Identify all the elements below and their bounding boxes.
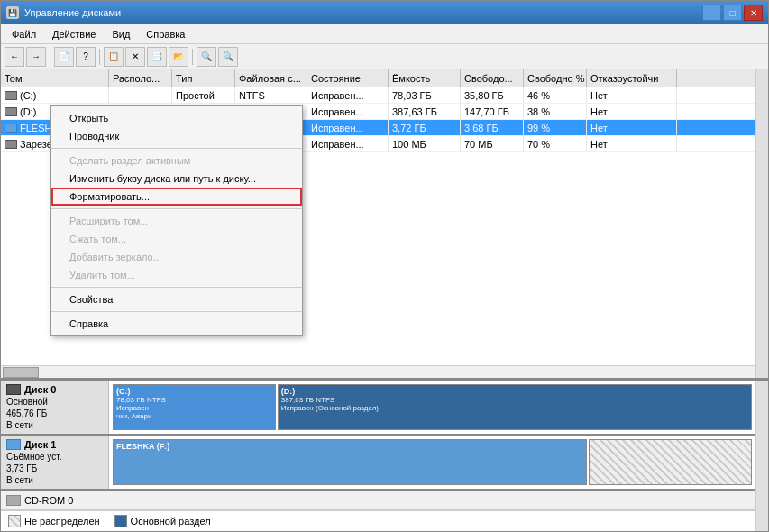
disk0-c-fs: 78,03 ГБ NTFS xyxy=(116,396,272,404)
cdrom-row: CD-ROM 0 xyxy=(1,491,755,510)
legend-primary-label: Основной раздел xyxy=(131,516,211,527)
ctx-sep-3 xyxy=(51,287,302,288)
ctx-properties[interactable]: Свойства xyxy=(51,290,302,308)
disk1-partition-usb[interactable]: FLESHKA (F:) xyxy=(113,439,587,485)
col-header-tip[interactable]: Тип xyxy=(172,69,235,87)
disk1-usb-label: FLESHKA (F:) xyxy=(116,442,583,451)
back-button[interactable]: ← xyxy=(5,47,24,67)
ctx-explorer[interactable]: Проводник xyxy=(51,127,302,145)
ctx-format[interactable]: Форматировать... xyxy=(51,188,302,206)
title-bar-left: 💾 Управление дисками xyxy=(6,6,121,19)
ctx-open[interactable]: Открыть xyxy=(51,109,302,127)
disk0-partition-c[interactable]: (C:) 78,03 ГБ NTFS Исправен чки, Авари xyxy=(113,384,276,430)
menu-help[interactable]: Справка xyxy=(139,27,192,41)
disk0-type: Основной xyxy=(6,397,103,407)
cell-free-3: 70 МБ xyxy=(461,136,524,151)
ctx-sep-4 xyxy=(51,311,302,312)
cell-freep-0: 46 % xyxy=(524,87,587,103)
cell-state-3: Исправен... xyxy=(307,136,389,151)
window-title: Управление дисками xyxy=(24,7,121,18)
props-button[interactable]: 📑 xyxy=(147,47,167,67)
ctx-sep-2 xyxy=(51,208,302,209)
doc-button[interactable]: 📄 xyxy=(54,47,74,67)
cell-tip-0: Простой xyxy=(172,87,235,103)
menu-file[interactable]: Файл xyxy=(5,27,43,41)
cell-fail-0: Нет xyxy=(587,87,677,103)
disk1-type: Съёмное уст. xyxy=(6,452,103,462)
cell-fail-1: Нет xyxy=(587,104,677,119)
disk0-partitions: (C:) 78,03 ГБ NTFS Исправен чки, Авари (… xyxy=(109,381,755,434)
disk1-status: В сети xyxy=(6,475,103,485)
cell-emk-3: 100 МБ xyxy=(389,136,461,151)
col-header-state[interactable]: Состояние xyxy=(307,69,389,87)
disk0-c-label: (C:) xyxy=(116,387,272,396)
table-row[interactable]: (C:) Простой NTFS Исправен... 78,03 ГБ 3… xyxy=(1,87,755,104)
cell-freep-1: 38 % xyxy=(524,104,587,119)
col-header-emk[interactable]: Ёмкость xyxy=(389,69,461,87)
cell-tom-0: (C:) xyxy=(1,87,109,103)
window-body: Том Располо... Тип Файловая с... Состоян… xyxy=(1,69,768,531)
toolbar-separator-3 xyxy=(192,49,193,65)
disk0-d-desc: Исправен (Основной раздел) xyxy=(281,404,748,412)
col-header-tom[interactable]: Том xyxy=(1,69,109,87)
cell-emk-0: 78,03 ГБ xyxy=(389,87,461,103)
legend-primary-box xyxy=(114,515,127,527)
menu-bar: Файл Действие Вид Справка xyxy=(1,24,768,44)
legend-unalloc-label: Не распределен xyxy=(24,516,100,527)
disk0-name: Диск 0 xyxy=(6,384,103,395)
toolbar-separator-2 xyxy=(99,49,100,65)
cdrom-label: CD-ROM 0 xyxy=(24,495,73,506)
table-hscrollbar[interactable] xyxy=(1,365,755,378)
title-buttons: — □ ✕ xyxy=(702,5,763,21)
disk1-size: 3,73 ГБ xyxy=(6,463,103,473)
maximize-button[interactable]: □ xyxy=(723,5,742,21)
forward-button[interactable]: → xyxy=(26,47,46,67)
legend-unalloc: Не распределен xyxy=(8,515,100,527)
disk1-entry: Диск 1 Съёмное уст. 3,73 ГБ В сети FLESH… xyxy=(1,436,755,491)
main-window: 💾 Управление дисками — □ ✕ Файл Действие… xyxy=(0,0,769,532)
disk0-partition-d[interactable]: (D:) 387,63 ГБ NTFS Исправен (Основной р… xyxy=(278,384,752,430)
cell-emk-2: 3,72 ГБ xyxy=(389,120,461,135)
cell-rasp-0 xyxy=(109,87,172,103)
cell-fs-0: NTFS xyxy=(235,87,307,103)
lower-area: Диск 0 Основной 465,76 ГБ В сети (C:) 78… xyxy=(1,378,768,531)
lower-vscrollbar[interactable] xyxy=(755,381,768,531)
toolbar: ← → 📄 ? 📋 ✕ 📑 📂 🔍 🔍 xyxy=(1,44,768,69)
cell-free-1: 147,70 ГБ xyxy=(461,104,524,119)
cell-state-1: Исправен... xyxy=(307,104,389,119)
help-button[interactable]: ? xyxy=(76,47,96,67)
menu-action[interactable]: Действие xyxy=(45,27,103,41)
cell-freep-3: 70 % xyxy=(524,136,587,151)
disk0-c-extra: чки, Авари xyxy=(116,412,272,420)
table-vscrollbar[interactable] xyxy=(755,69,768,378)
new-button[interactable]: 📋 xyxy=(104,47,124,67)
disk1-partition-unalloc[interactable] xyxy=(589,439,752,485)
legend-primary: Основной раздел xyxy=(114,515,211,527)
open-button[interactable]: 📂 xyxy=(169,47,188,67)
ctx-delete: Удалить том... xyxy=(51,266,302,284)
disk0-status: В сети xyxy=(6,420,103,430)
ctx-compress: Сжать том... xyxy=(51,230,302,248)
cell-free-0: 35,80 ГБ xyxy=(461,87,524,103)
disk0-d-fs: 387,63 ГБ NTFS xyxy=(281,396,748,404)
disk1-name: Диск 1 xyxy=(6,439,103,450)
ctx-help[interactable]: Справка xyxy=(51,315,302,333)
search-button[interactable]: 🔍 xyxy=(197,47,216,67)
disk0-label: Диск 0 Основной 465,76 ГБ В сети xyxy=(1,381,109,434)
cell-freep-2: 99 % xyxy=(524,120,587,135)
cell-emk-1: 387,63 ГБ xyxy=(389,104,461,119)
col-header-fail[interactable]: Отказоустойчи xyxy=(587,69,677,87)
col-header-rasp[interactable]: Располо... xyxy=(109,69,172,87)
menu-view[interactable]: Вид xyxy=(105,27,137,41)
search2-button[interactable]: 🔍 xyxy=(218,47,238,67)
minimize-button[interactable]: — xyxy=(702,5,721,21)
col-header-fs[interactable]: Файловая с... xyxy=(235,69,307,87)
ctx-change-letter[interactable]: Изменить букву диска или путь к диску... xyxy=(51,170,302,188)
col-header-freep[interactable]: Свободно % xyxy=(524,69,587,87)
disk1-partitions: FLESHKA (F:) xyxy=(109,436,755,489)
disk0-entry: Диск 0 Основной 465,76 ГБ В сети (C:) 78… xyxy=(1,381,755,436)
close-button[interactable]: ✕ xyxy=(744,5,763,21)
cell-free-2: 3,68 ГБ xyxy=(461,120,524,135)
col-header-free[interactable]: Свободо... xyxy=(461,69,524,87)
delete-button[interactable]: ✕ xyxy=(125,47,145,67)
